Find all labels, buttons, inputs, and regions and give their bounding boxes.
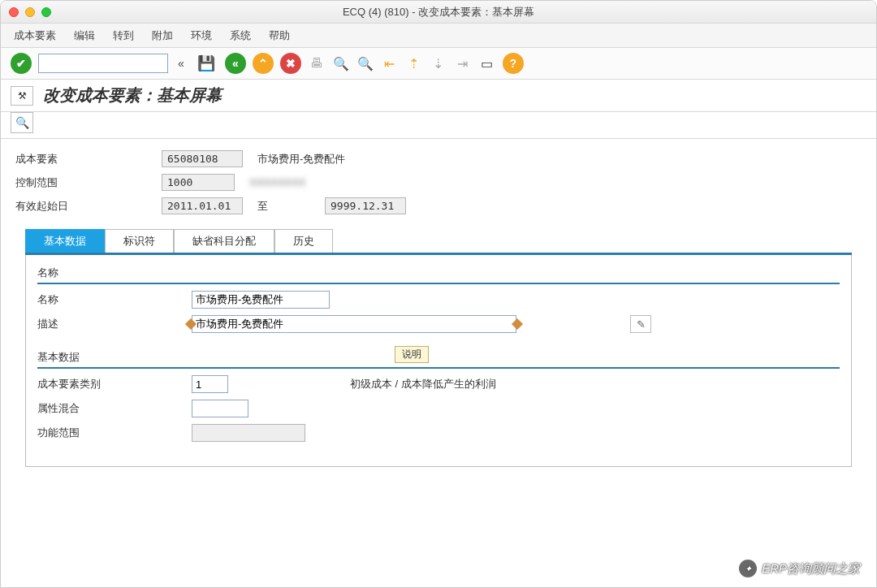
tab-default-assignment[interactable]: 缺省科目分配 [174, 229, 274, 253]
label-cost-element: 成本要素 [15, 152, 162, 166]
chevron-left-icon[interactable]: « [175, 57, 188, 70]
basic-data-section: 基本数据 成本要素类别 初级成本 / 成本降低产生的利润 属性混合 功能范围 [37, 348, 840, 442]
close-icon[interactable] [9, 7, 19, 17]
menu-edit[interactable]: 编辑 [74, 28, 95, 43]
group-name-title: 名称 [37, 263, 840, 284]
tab-basic-data[interactable]: 基本数据 [25, 229, 105, 253]
minimize-icon[interactable] [25, 7, 35, 17]
menu-system[interactable]: 系统 [230, 28, 251, 43]
cancel-button[interactable]: ✖ [280, 53, 301, 74]
desc-control-area: XXXXXXXX [249, 176, 305, 188]
value-cost-element: 65080108 [162, 150, 243, 167]
input-description[interactable] [192, 315, 516, 333]
new-session-icon[interactable]: ▭ [478, 54, 496, 72]
window-controls [9, 7, 51, 17]
last-page-icon[interactable]: ⇥ [454, 54, 472, 72]
value-valid-from: 2011.01.01 [162, 197, 243, 214]
enter-button[interactable]: ✔ [11, 53, 32, 74]
watermark-text: ERP咨询顾问之家 [762, 561, 860, 577]
menu-environment[interactable]: 环境 [191, 28, 212, 43]
label-category: 成本要素类别 [37, 377, 192, 391]
desc-category: 初级成本 / 成本降低产生的利润 [350, 377, 496, 391]
label-attr-mix: 属性混合 [37, 401, 192, 416]
desc-cost-element: 市场费用-免费配件 [257, 152, 345, 166]
menu-help[interactable]: 帮助 [269, 28, 290, 43]
print-icon[interactable]: 🖶 [308, 54, 326, 72]
label-description: 描述 [37, 317, 192, 331]
row-name: 名称 [37, 291, 840, 309]
prev-page-icon[interactable]: ⇡ [405, 54, 423, 72]
row-func-area: 功能范围 [37, 424, 840, 442]
tab-history[interactable]: 历史 [274, 229, 333, 253]
back-button[interactable]: « [225, 53, 246, 74]
find-next-icon[interactable]: 🔍 [356, 54, 374, 72]
page-title: 改变成本要素：基本屏幕 [43, 84, 222, 106]
tab-panel: 名称 名称 描述 ✎ 说明 基本数据 [25, 255, 852, 467]
menubar: 成本要素 编辑 转到 附加 环境 系统 帮助 [1, 24, 876, 48]
label-valid-from: 有效起始日 [15, 199, 162, 214]
app-window: ECQ (4) (810) - 改变成本要素：基本屏幕 成本要素 编辑 转到 附… [0, 0, 877, 588]
command-input[interactable] [38, 54, 168, 73]
wechat-icon: ✦ [739, 560, 757, 577]
value-func-area [192, 424, 305, 442]
tab-indicators[interactable]: 标识符 [105, 229, 174, 253]
menu-goto[interactable]: 转到 [113, 28, 134, 43]
row-attr-mix: 属性混合 [37, 400, 840, 417]
next-page-icon[interactable]: ⇣ [430, 54, 447, 72]
menu-cost-element[interactable]: 成本要素 [14, 28, 56, 43]
value-valid-to: 9999.12.31 [325, 197, 406, 214]
row-category: 成本要素类别 初级成本 / 成本降低产生的利润 [37, 375, 840, 393]
toolbar: ✔ « 💾 « ⌃ ✖ 🖶 🔍 🔍 ⇤ ⇡ ⇣ ⇥ ▭ ? [1, 48, 876, 80]
long-text-icon[interactable]: ✎ [630, 315, 651, 333]
utility-row: 🔍 [1, 112, 876, 139]
watermark: ✦ ERP咨询顾问之家 [739, 560, 860, 577]
value-control-area: 1000 [162, 174, 235, 191]
tabs: 基本数据 标识符 缺省科目分配 历史 [25, 229, 852, 255]
input-category[interactable] [192, 375, 228, 393]
row-cost-element: 成本要素 65080108 市场费用-免费配件 [15, 150, 862, 167]
exit-button[interactable]: ⌃ [253, 53, 274, 74]
label-to: 至 [257, 199, 268, 214]
titlebar: ECQ (4) (810) - 改变成本要素：基本屏幕 [1, 1, 876, 24]
tools-icon[interactable]: ⚒ [11, 86, 33, 106]
tabs-container: 基本数据 标识符 缺省科目分配 历史 名称 名称 描述 [15, 229, 862, 467]
input-name[interactable] [192, 291, 330, 309]
find-icon[interactable]: 🔍 [332, 54, 350, 72]
row-description: 描述 ✎ 说明 [37, 315, 840, 333]
period-icon[interactable]: 🔍 [11, 112, 33, 133]
help-button[interactable]: ? [503, 53, 524, 74]
label-control-area: 控制范围 [15, 175, 162, 190]
window-title: ECQ (4) (810) - 改变成本要素：基本屏幕 [343, 5, 534, 19]
group-basic-data-title: 基本数据 [37, 348, 840, 369]
row-valid-from: 有效起始日 2011.01.01 至 9999.12.31 [15, 197, 862, 214]
label-name: 名称 [37, 292, 192, 307]
menu-extras[interactable]: 附加 [152, 28, 173, 43]
content-area: 成本要素 65080108 市场费用-免费配件 控制范围 1000 XXXXXX… [1, 139, 876, 478]
input-attr-mix[interactable] [192, 400, 248, 417]
maximize-icon[interactable] [41, 7, 51, 17]
subheader: ⚒ 改变成本要素：基本屏幕 [1, 80, 876, 112]
save-icon[interactable]: 💾 [194, 54, 218, 72]
label-func-area: 功能范围 [37, 426, 192, 440]
row-control-area: 控制范围 1000 XXXXXXXX [15, 174, 862, 191]
first-page-icon[interactable]: ⇤ [381, 54, 399, 72]
